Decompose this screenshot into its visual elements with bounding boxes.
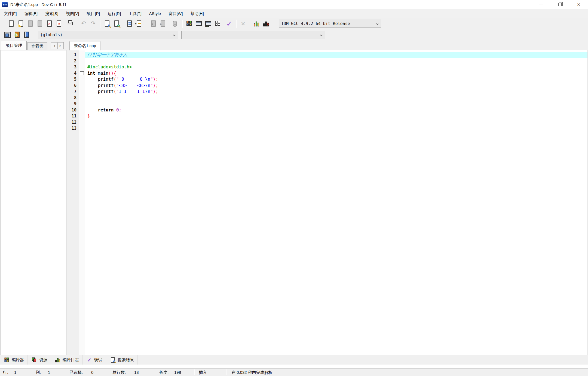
sidebar-tab-scroll-left[interactable]: ◄: [51, 42, 57, 49]
tab-resources[interactable]: 资源: [28, 355, 51, 365]
find-in-files-button[interactable]: [112, 19, 121, 28]
save-icon: [28, 20, 33, 27]
syntax-check-button[interactable]: ✓: [225, 19, 234, 28]
editor-line[interactable]: 6 printf("<H> <H>\n");: [67, 83, 587, 89]
compiler-select[interactable]: TDM-GCC 4.9.2 64-bit Release: [279, 20, 381, 28]
code-text[interactable]: [85, 95, 587, 101]
code-text[interactable]: [85, 101, 587, 107]
editor-line[interactable]: 7 printf("I I I I\n");: [67, 89, 587, 95]
window-controls: ✕: [532, 0, 588, 9]
line-number: 3: [67, 64, 79, 70]
code-text[interactable]: printf("<H> <H>\n");: [85, 83, 587, 89]
code-text[interactable]: [85, 125, 587, 132]
code-text[interactable]: //打印一个字符小人: [85, 52, 587, 58]
delete-profiling-button[interactable]: ✕: [262, 19, 270, 28]
editor-line[interactable]: 12: [67, 119, 587, 126]
code-text[interactable]: printf("I I I I\n");: [85, 89, 587, 95]
menu-window[interactable]: 窗口[W]: [165, 9, 187, 18]
editor-line[interactable]: 3#include<stdio.h>: [67, 64, 587, 70]
sidebar-tab-project[interactable]: 项目管理: [1, 41, 27, 50]
status-total-value: 13: [134, 369, 139, 376]
save-button[interactable]: [26, 19, 35, 28]
print-button[interactable]: [65, 19, 74, 28]
tab-compiler[interactable]: 编译器: [0, 355, 28, 365]
sidebar-tab-scroll-right[interactable]: ►: [57, 42, 64, 49]
editor-line[interactable]: 2: [67, 58, 587, 64]
minimize-button[interactable]: [532, 0, 550, 9]
new-file-button[interactable]: [7, 19, 16, 28]
debug-tab-icon: ✓: [86, 357, 92, 363]
menu-edit[interactable]: 编辑[E]: [21, 9, 41, 18]
goto-line-button[interactable]: [134, 19, 143, 28]
editor-line[interactable]: 5 printf(" 0 0 \n");: [67, 76, 587, 83]
menu-tools[interactable]: 工具[T]: [125, 9, 145, 18]
goto-forward-button[interactable]: [158, 19, 167, 28]
toolbar-separator: [146, 20, 146, 28]
find-button[interactable]: [103, 19, 111, 28]
code-text[interactable]: #include<stdio.h>: [85, 64, 587, 70]
replace-button[interactable]: [125, 19, 134, 28]
close-all-button[interactable]: [54, 19, 63, 28]
close-file-button[interactable]: [45, 19, 54, 28]
fold-margin-cell: [79, 76, 85, 83]
line-number: 8: [67, 95, 79, 101]
save-all-button[interactable]: [35, 19, 44, 28]
profile-button[interactable]: [252, 19, 261, 28]
code-text[interactable]: int main(){: [85, 70, 587, 77]
menu-search[interactable]: 搜索[S]: [41, 9, 62, 18]
compiler-select-value: TDM-GCC 4.9.2 64-bit Release: [281, 21, 350, 26]
open-button[interactable]: [16, 19, 25, 28]
editor-line[interactable]: 13: [67, 125, 587, 132]
close-button[interactable]: ✕: [569, 0, 588, 9]
editor-line[interactable]: 4int main(){: [67, 70, 587, 77]
menu-view[interactable]: 视图[V]: [62, 9, 83, 18]
editor-line[interactable]: 11}: [67, 113, 587, 119]
editor-tab[interactable]: 未命名1.cpp: [69, 41, 100, 50]
resources-tab-icon: [31, 357, 37, 363]
fold-toggle-icon[interactable]: [79, 70, 85, 77]
project-panel[interactable]: [1, 50, 66, 355]
abort-compile-button[interactable]: ✕: [239, 19, 247, 28]
run-button[interactable]: [194, 19, 203, 28]
tab-compile-log[interactable]: 编译日志: [51, 355, 83, 365]
toolbar-separator: [100, 20, 100, 28]
status-line-label: 行:: [3, 369, 8, 376]
code-editor[interactable]: 1//打印一个字符小人23#include<stdio.h>4int main(…: [67, 50, 588, 355]
editor-line[interactable]: 8: [67, 95, 587, 101]
add-to-project-icon: [15, 32, 20, 38]
add-to-project-button[interactable]: [13, 31, 22, 39]
code-text[interactable]: }: [85, 113, 587, 119]
undo-button[interactable]: ↶: [79, 19, 88, 28]
new-project-button[interactable]: [3, 31, 12, 39]
tab-search-results[interactable]: 搜索结果: [106, 355, 138, 365]
menu-file[interactable]: 文件[F]: [0, 9, 21, 18]
compile-button[interactable]: [185, 19, 194, 28]
code-text[interactable]: return 0;: [85, 107, 587, 113]
compile-run-button[interactable]: [204, 19, 213, 28]
menu-astyle[interactable]: AStyle: [145, 9, 165, 18]
restore-button[interactable]: [550, 0, 569, 9]
editor-line[interactable]: 9: [67, 101, 587, 107]
new-file-icon: [9, 20, 14, 27]
goto-back-button[interactable]: [149, 19, 158, 28]
toolbar-separator: [123, 20, 123, 28]
menu-project[interactable]: 项目[P]: [83, 9, 104, 18]
devcpp-window: dev D:\未命名1.cpp - Dev-C++ 5.11 ✕ 文件[F] 编…: [0, 0, 588, 376]
sidebar-tab-classes[interactable]: 查看类: [27, 42, 47, 50]
code-text[interactable]: printf(" 0 0 \n");: [85, 76, 587, 83]
breakpoints-button[interactable]: [170, 19, 179, 28]
globals-select[interactable]: (globals): [38, 31, 178, 39]
toolbar-separator: [77, 20, 77, 28]
tab-debug[interactable]: ✓ 调试: [83, 355, 106, 365]
members-select[interactable]: [181, 31, 325, 39]
code-text[interactable]: [85, 119, 587, 126]
menu-help[interactable]: 帮助[H]: [186, 9, 207, 18]
code-text[interactable]: [85, 58, 587, 64]
magnifier-icon: [108, 25, 110, 27]
editor-line[interactable]: 1//打印一个字符小人: [67, 52, 587, 58]
menu-run[interactable]: 运行[R]: [104, 9, 125, 18]
remove-from-project-button[interactable]: [22, 31, 31, 39]
editor-line[interactable]: 10 return 0;: [67, 107, 587, 113]
rebuild-all-button[interactable]: [213, 19, 222, 28]
redo-button[interactable]: ↷: [89, 19, 97, 28]
